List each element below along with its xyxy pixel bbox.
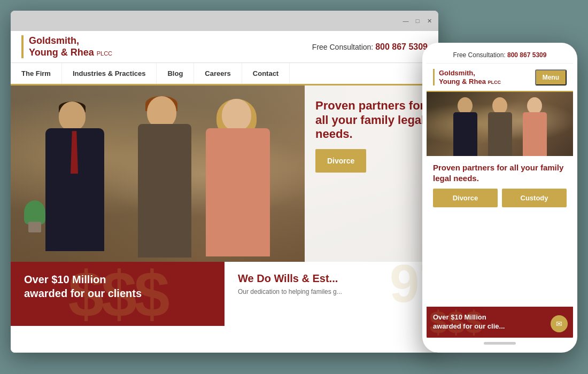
hero-buttons: Divorce bbox=[315, 149, 428, 173]
mobile-hero-people bbox=[427, 92, 573, 156]
close-btn[interactable]: ✕ bbox=[425, 17, 433, 25]
mobile-bottom-award: $$$ Over $10 Million awarded for our cli… bbox=[427, 307, 573, 338]
bottom-left-award: $$$ Over $10 Million awarded for our cli… bbox=[11, 262, 225, 326]
mobile-divorce-button[interactable]: Divorce bbox=[433, 189, 498, 207]
desktop-logo: Goldsmith, Young & Rhea PLCC bbox=[21, 35, 112, 58]
person2-head bbox=[147, 96, 176, 128]
mobile-header: Goldsmith, Young & Rhea PLCC Menu bbox=[427, 64, 573, 92]
scene: — □ ✕ Goldsmith, Young & Rhea PLCC Free bbox=[11, 11, 577, 363]
mobile-person3 bbox=[520, 97, 550, 156]
nav-item-industries[interactable]: Industries & Practices bbox=[62, 63, 157, 84]
nav-item-careers[interactable]: Careers bbox=[194, 63, 242, 84]
hero-tagline: Proven partners for all your family lega… bbox=[315, 99, 428, 141]
mobile-menu-button[interactable]: Menu bbox=[535, 69, 567, 85]
logo-name: Goldsmith, Young & Rhea PLCC bbox=[29, 35, 112, 58]
mobile-body1 bbox=[453, 112, 477, 156]
bottom-sections: $$$ Over $10 Million awarded for our cli… bbox=[11, 262, 438, 326]
person1-head bbox=[59, 102, 86, 131]
person3-head bbox=[222, 99, 251, 131]
hero-overlay: Proven partners for all your family lega… bbox=[305, 85, 438, 262]
plant-leaves bbox=[24, 200, 45, 224]
nav-item-blog[interactable]: Blog bbox=[157, 63, 194, 84]
person3 bbox=[203, 99, 273, 256]
mobile-award-text: Over $10 Million awarded for our clie... bbox=[433, 313, 567, 331]
mobile-content: Proven partners for all your family lega… bbox=[427, 156, 573, 307]
hero-section: Proven partners for all your family lega… bbox=[11, 85, 438, 262]
mobile-person1 bbox=[451, 97, 480, 156]
mobile-logo: Goldsmith, Young & Rhea PLCC bbox=[433, 69, 501, 85]
desktop-browser: — □ ✕ Goldsmith, Young & Rhea PLCC Free bbox=[11, 11, 438, 353]
consultation-text: Free Consultation: 800 867 5309 bbox=[312, 42, 428, 52]
mobile-consultation-bar: Free Consultation: 800 867 5309 bbox=[427, 47, 573, 64]
wills-title: We Do Wills & Est... bbox=[238, 272, 425, 285]
mobile-buttons: Divorce Custody bbox=[433, 189, 567, 207]
person2 bbox=[134, 96, 198, 256]
plant-pot bbox=[28, 222, 41, 232]
minimize-btn[interactable]: — bbox=[402, 17, 409, 25]
desktop-nav: The Firm Industries & Practices Blog Car… bbox=[11, 63, 438, 84]
divorce-button[interactable]: Divorce bbox=[315, 149, 366, 173]
mobile-logo-name: Goldsmith, Young & Rhea PLCC bbox=[439, 69, 501, 85]
wills-subtitle: Our dedication to helping familes g... bbox=[238, 288, 425, 295]
plant-decoration bbox=[24, 200, 45, 232]
person1 bbox=[43, 102, 107, 251]
phone-number: 800 867 5309 bbox=[375, 42, 428, 51]
mobile-custody-button[interactable]: Custody bbox=[502, 189, 567, 207]
mobile-tagline: Proven partners for all your family lega… bbox=[433, 162, 567, 183]
header-top: Goldsmith, Young & Rhea PLCC Free Consul… bbox=[11, 31, 438, 63]
bottom-right-wills: 97 We Do Wills & Est... Our dedication t… bbox=[225, 262, 438, 326]
mobile-phone: 800 867 5309 bbox=[507, 51, 546, 59]
person3-body bbox=[206, 128, 270, 256]
mobile-body2 bbox=[488, 112, 512, 156]
mobile-device: Free Consultation: 800 867 5309 Goldsmit… bbox=[422, 43, 577, 353]
home-pill bbox=[484, 342, 516, 345]
nav-item-firm[interactable]: The Firm bbox=[11, 63, 62, 84]
mobile-hero-image bbox=[427, 92, 573, 156]
mobile-body3 bbox=[523, 112, 547, 156]
nav-item-contact[interactable]: Contact bbox=[242, 63, 290, 84]
award-text: Over $10 Million awarded for our clients bbox=[24, 272, 211, 300]
mobile-home-indicator bbox=[427, 338, 573, 348]
site-header: Goldsmith, Young & Rhea PLCC Free Consul… bbox=[11, 31, 438, 85]
browser-chrome: — □ ✕ bbox=[11, 11, 438, 31]
browser-content: Goldsmith, Young & Rhea PLCC Free Consul… bbox=[11, 31, 438, 353]
maximize-btn[interactable]: □ bbox=[414, 17, 421, 25]
person2-body bbox=[138, 124, 191, 258]
mobile-person2 bbox=[485, 97, 515, 156]
mobile-inner: Free Consultation: 800 867 5309 Goldsmit… bbox=[427, 47, 573, 348]
